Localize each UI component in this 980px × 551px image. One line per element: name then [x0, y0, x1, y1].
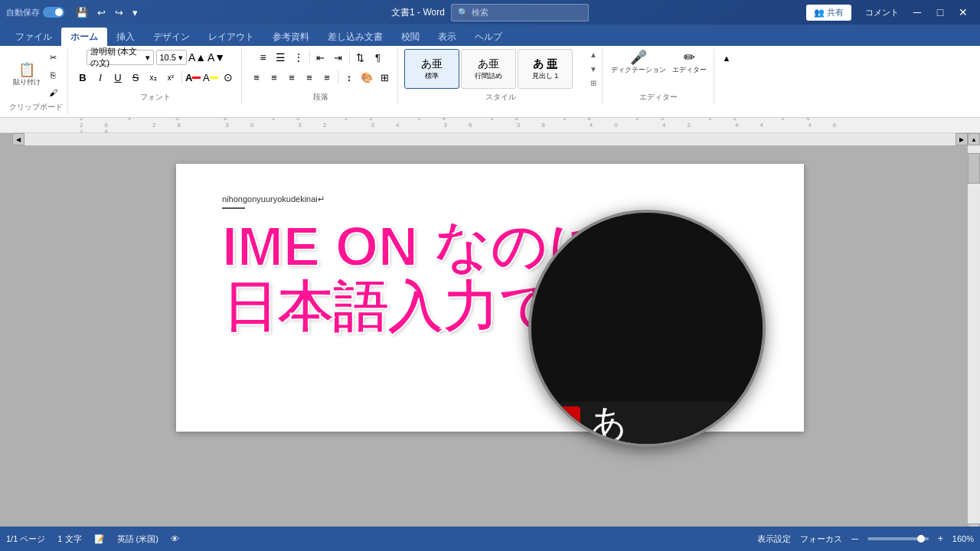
copy-button[interactable]: ⎘: [44, 67, 61, 83]
h-scroll-top[interactable]: ◀ ▶: [12, 133, 968, 145]
italic-button[interactable]: I: [92, 69, 109, 86]
style-normal[interactable]: あ亜 標準: [404, 49, 459, 89]
accessibility-icon[interactable]: 👁: [171, 534, 179, 543]
word-count[interactable]: 1 文字: [57, 533, 81, 545]
superscript-button[interactable]: x²: [162, 69, 179, 86]
highlight-button[interactable]: A: [202, 69, 219, 86]
shading-button[interactable]: 🎨: [358, 69, 375, 86]
close-button[interactable]: ✕: [952, 3, 974, 21]
redo-button[interactable]: ↪: [111, 5, 127, 20]
style-scroll-up[interactable]: ▲: [590, 51, 597, 59]
tab-review[interactable]: 校閲: [392, 28, 429, 46]
underline-button[interactable]: U: [109, 69, 126, 86]
autosave-toggle[interactable]: [43, 7, 64, 18]
font-color-circle-button[interactable]: ⊙: [220, 69, 237, 86]
align-left-button[interactable]: ≡: [248, 69, 265, 86]
scroll-track[interactable]: [968, 145, 980, 523]
bullets-button[interactable]: ≡: [255, 49, 272, 66]
undo-button[interactable]: ↩: [93, 5, 109, 20]
increase-indent-button[interactable]: ⇥: [330, 49, 347, 66]
zoom-minus-button[interactable]: ─: [851, 533, 858, 544]
distribute-button[interactable]: ≡: [318, 69, 335, 86]
tab-view[interactable]: 表示: [429, 28, 466, 46]
align-right-button[interactable]: ≡: [283, 69, 300, 86]
font-size-dropdown: ▾: [178, 53, 183, 63]
format-painter-button[interactable]: 🖌: [44, 84, 61, 101]
subscript-button[interactable]: x₂: [145, 69, 162, 86]
ribbon: 📋 貼り付け ✂ ⎘ 🖌 クリップボード 游明朝 (本文の文) ▾ 10.5 ▾…: [0, 46, 980, 118]
style-scroll-down[interactable]: ▼: [590, 65, 597, 73]
comment-button[interactable]: コメント: [859, 5, 905, 21]
scroll-left-button[interactable]: ◀: [12, 133, 24, 145]
maximize-button[interactable]: □: [929, 3, 951, 21]
title-bar-left: 自動保存 💾 ↩ ↪ ▾: [6, 5, 142, 20]
title-bar: 自動保存 💾 ↩ ↪ ▾ 文書1 - Word 🔍 検索 👥 共有 コメント ─…: [0, 0, 980, 24]
text-color-a: A: [185, 72, 192, 83]
zoom-slider[interactable]: [867, 537, 929, 540]
dictation-button[interactable]: 🎤 ディクテーション: [609, 49, 668, 77]
styles-label: スタイル: [485, 93, 516, 103]
scroll-right-button[interactable]: ▶: [956, 133, 968, 145]
style-expand[interactable]: ⊞: [590, 79, 597, 87]
tab-insert[interactable]: 挿入: [107, 28, 144, 46]
styles-row: あ亜 標準 あ亜 行間詰め あ 亜 見出し 1 ▲ ▼ ⊞: [404, 49, 597, 89]
bold-button[interactable]: B: [74, 69, 91, 86]
ruler-content: 2 4 6 8 10 12 14 16 18 20 22 24 26 28 30…: [77, 118, 903, 133]
numbering-button[interactable]: ☰: [273, 49, 289, 66]
tab-references[interactable]: 参考資料: [263, 28, 318, 46]
qat-dropdown-button[interactable]: ▾: [129, 5, 142, 20]
para-row1: ≡ ☰ ⋮ ⇤ ⇥ ⇅ ¶: [255, 49, 387, 66]
magnify-app-icon: P: [547, 406, 580, 440]
zoom-plus-button[interactable]: +: [938, 533, 943, 544]
page-count[interactable]: 1/1 ページ: [6, 533, 45, 545]
tab-design[interactable]: デザイン: [144, 28, 199, 46]
search-bar[interactable]: 🔍 検索: [451, 4, 589, 21]
doc-scroll-right[interactable]: ▲ ▼: [968, 133, 980, 536]
magnify-year: 202: [723, 418, 751, 438]
editor-button[interactable]: ✏ エディター: [670, 49, 709, 77]
language-indicator[interactable]: 英語 (米国): [117, 533, 158, 545]
focus-mode-button[interactable]: フォーカス: [800, 533, 842, 545]
font-divider: [181, 70, 182, 84]
share-icon: 👥: [814, 8, 825, 18]
h-scroll-track[interactable]: [24, 133, 956, 145]
borders-button[interactable]: ⊞: [376, 69, 393, 86]
minimize-button[interactable]: ─: [906, 3, 928, 21]
justify-button[interactable]: ≡: [301, 69, 318, 86]
clipboard-group: 📋 貼り付け ✂ ⎘ 🖌 クリップボード: [5, 49, 68, 114]
show-marks-button[interactable]: ¶: [370, 49, 387, 66]
tab-help[interactable]: ヘルプ: [466, 28, 511, 46]
styles-group: あ亜 標準 あ亜 行間詰め あ 亜 見出し 1 ▲ ▼ ⊞: [400, 49, 603, 104]
style-heading1[interactable]: あ 亜 見出し 1: [518, 49, 573, 89]
decrease-indent-button[interactable]: ⇤: [312, 49, 329, 66]
line-spacing-button[interactable]: ↕: [341, 69, 358, 86]
increase-font-button[interactable]: A▲: [189, 49, 206, 66]
save-button[interactable]: 💾: [72, 5, 92, 20]
font-name: 游明朝 (本文の文): [90, 46, 145, 69]
align-center-button[interactable]: ≡: [266, 69, 283, 86]
style-heading1-preview: あ 亜: [533, 57, 557, 71]
style-spacing[interactable]: あ亜 行間詰め: [461, 49, 516, 89]
document-area: ◀ ▶ nihongonyuuryokudekinai↵ IME ON なのに …: [0, 133, 980, 536]
strikethrough-button[interactable]: S: [127, 69, 144, 86]
zoom-level[interactable]: 160%: [952, 534, 974, 543]
decrease-font-button[interactable]: A▼: [208, 49, 225, 66]
font-name-box[interactable]: 游明朝 (本文の文) ▾: [87, 50, 154, 65]
font-size-box[interactable]: 10.5 ▾: [156, 50, 187, 65]
tab-file[interactable]: ファイル: [6, 28, 61, 46]
multilevel-button[interactable]: ⋮: [290, 49, 307, 66]
scroll-thumb[interactable]: [968, 153, 980, 184]
view-settings-button[interactable]: 表示設定: [757, 533, 791, 545]
spellcheck-icon[interactable]: 📝: [94, 534, 105, 544]
paste-button[interactable]: 📋 貼り付け: [11, 61, 43, 89]
tab-home[interactable]: ホーム: [61, 28, 107, 46]
sort-button[interactable]: ⇅: [352, 49, 369, 66]
text-color-button[interactable]: A: [185, 69, 201, 86]
tab-mailings[interactable]: 差し込み文書: [318, 28, 392, 46]
ribbon-collapse-button[interactable]: ▲: [716, 52, 737, 64]
share-button[interactable]: 👥 共有: [806, 5, 851, 21]
style-row: あ亜 標準 あ亜 行間詰め あ 亜 見出し 1: [404, 49, 588, 89]
cut-button[interactable]: ✂: [44, 49, 61, 66]
scroll-up-button[interactable]: ▲: [968, 133, 980, 145]
tab-layout[interactable]: レイアウト: [199, 28, 263, 46]
